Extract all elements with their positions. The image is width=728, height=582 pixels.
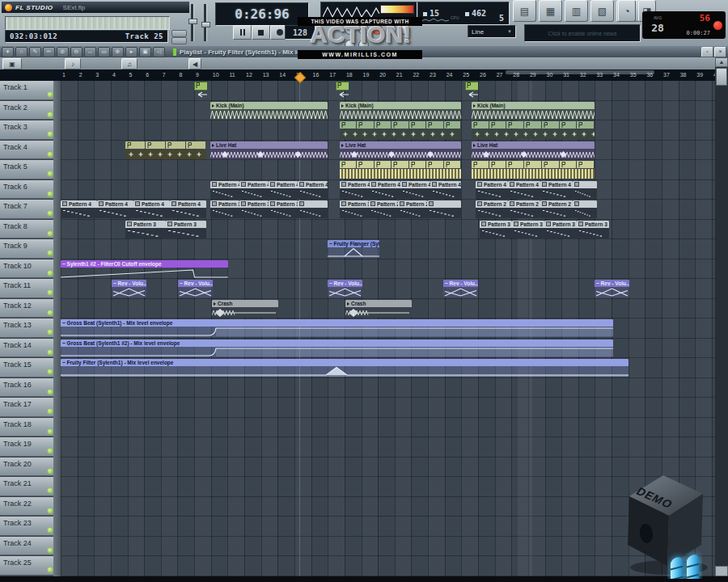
clip-pattern[interactable] [427, 200, 461, 218]
track-enable-led[interactable] [48, 369, 53, 374]
track-enable-led[interactable] [48, 508, 53, 513]
clip-live-hat[interactable]: Live Hat [340, 141, 461, 159]
clip-fruity-filter-sylenth1-mix-level-envelope[interactable]: ~ Fruity Filter (Sylenth1) - Mix level e… [61, 359, 629, 377]
track-enable-led[interactable] [48, 211, 53, 216]
clip-rev-volu[interactable]: ~ Rev - Volu... [443, 280, 478, 297]
clip-pattern[interactable] [573, 181, 597, 199]
track-header[interactable]: Track 2 [0, 101, 53, 120]
clip-kick-main[interactable]: Kick (Main) [472, 102, 595, 120]
clip-pattern-2[interactable]: Pattern 2 [476, 200, 508, 218]
track-enable-led[interactable] [48, 112, 53, 117]
speaker-icon[interactable]: ◁ [153, 47, 165, 57]
clip-pattern-3[interactable]: Pattern 3 [239, 200, 269, 218]
track-enable-led[interactable] [48, 449, 53, 453]
track-enable-led[interactable] [48, 310, 53, 315]
clip-pattern-4[interactable]: Pattern 4 [61, 200, 97, 218]
step-seq-window-icon[interactable]: ▦ [539, 0, 562, 22]
clip-pattern-3[interactable]: Pattern 3 [210, 200, 239, 218]
pause-button[interactable] [233, 25, 252, 40]
clip-cells[interactable] [340, 121, 461, 139]
track-header[interactable]: Track 13 [0, 318, 53, 338]
clip-pattern-3[interactable]: Pattern 3 [512, 221, 544, 238]
track-enable-led[interactable] [48, 350, 53, 355]
slip-icon[interactable]: ↔ [84, 47, 96, 57]
clip-pattern-3[interactable]: Pattern 3 [577, 221, 609, 238]
track-enable-led[interactable] [48, 409, 53, 414]
track-header[interactable]: Track 10 [0, 259, 53, 279]
shuttle-slider[interactable] [191, 4, 194, 41]
clip-rev-volu[interactable]: ~ Rev - Volu... [595, 280, 629, 297]
pattern-block-icon[interactable]: ▣ [2, 58, 22, 70]
clip-pattern-4[interactable]: Pattern 4 [170, 200, 206, 218]
menu-arrow-icon[interactable]: ▾ [2, 47, 14, 57]
track-header[interactable]: Track 1 [0, 81, 53, 100]
playback-icon[interactable]: ▸ [125, 47, 138, 57]
track-header[interactable]: Track 16 [0, 378, 53, 398]
track-enable-led[interactable] [48, 567, 53, 572]
clip-sylenth1-2-filterc0-cutoff-envelope[interactable]: ~ Sylenth1 #2 - FilterC0 Cutoff envelope [61, 260, 228, 278]
clip-pattern-2[interactable]: Pattern 2 [508, 200, 540, 218]
time-display[interactable]: 0:26:96 [215, 2, 309, 26]
track-header[interactable]: Track 25 [0, 556, 53, 576]
clip-kick-main[interactable]: Kick (Main) [340, 102, 461, 120]
clip-mini[interactable] [336, 82, 349, 99]
scroll-up-button[interactable]: ▲ [715, 57, 728, 67]
track-header[interactable]: Track 12 [0, 299, 53, 318]
track-enable-led[interactable] [48, 271, 53, 276]
snap-selector[interactable]: Line ▼ [468, 25, 516, 38]
notes-icon[interactable]: ♫ [121, 58, 138, 70]
track-enable-led[interactable] [48, 330, 53, 335]
track-header[interactable]: Track 8 [0, 220, 53, 239]
track-enable-led[interactable] [48, 192, 53, 196]
track-header[interactable]: Track 19 [0, 437, 53, 457]
track-header[interactable]: Track 24 [0, 537, 53, 556]
clip-live-hat[interactable]: Live Hat [472, 141, 595, 159]
track-header[interactable]: Track 11 [0, 279, 53, 298]
clock-icon[interactable]: ◔ [618, 0, 636, 22]
news-panel[interactable]: Click to enable online news [524, 24, 641, 42]
mute-icon[interactable]: ⊖ [70, 47, 83, 57]
clip-pattern-4[interactable]: Pattern 4 [239, 181, 269, 199]
select-icon[interactable]: ▭ [98, 47, 110, 57]
clip-crash[interactable]: Crash [212, 300, 278, 318]
pencil-icon[interactable]: ✎ [29, 47, 41, 57]
track-enable-led[interactable] [48, 152, 53, 157]
pattern-mode-button[interactable] [171, 30, 187, 37]
track-header[interactable]: Track 21 [0, 477, 53, 496]
marker-icon[interactable]: ▣ [139, 47, 151, 57]
clip-pattern-2[interactable]: Pattern 2 [398, 200, 427, 218]
clip-pattern-3[interactable]: Pattern 3 [269, 200, 298, 218]
track-enable-led[interactable] [48, 132, 53, 137]
track-header[interactable]: Track 5 [0, 160, 53, 179]
clip-pattern-4[interactable]: Pattern 4 [97, 200, 133, 218]
track-header[interactable]: Track 3 [0, 120, 53, 140]
clip-gross-beat-sylenth1-2-mix-level-envelope[interactable]: ~ Gross Beat (Sylenth1 #2) - Mix level e… [61, 340, 613, 357]
vertical-scrollbar-thumb[interactable] [716, 68, 727, 86]
track-header[interactable]: Track 18 [0, 418, 53, 437]
track-enable-led[interactable] [48, 231, 53, 236]
track-enable-led[interactable] [48, 92, 53, 97]
track-header[interactable]: Track 6 [0, 180, 53, 200]
app-title-bar[interactable]: FL STUDIO SExt.flp [2, 2, 189, 13]
track-enable-led[interactable] [48, 548, 53, 553]
clip-pattern-4[interactable]: Pattern 4 [298, 181, 328, 199]
track-enable-led[interactable] [48, 390, 53, 394]
stop-button[interactable] [252, 25, 270, 40]
clip-pattern-3[interactable]: Pattern 3 [125, 221, 166, 238]
track-header[interactable]: Track 17 [0, 398, 53, 417]
track-enable-led[interactable] [48, 469, 53, 474]
track-header[interactable]: Track 4 [0, 141, 53, 160]
clip-pattern-4[interactable]: Pattern 4 [340, 181, 370, 199]
clip-pattern-3[interactable]: Pattern 3 [480, 221, 512, 238]
clip-fruity-flanger-syle[interactable]: ~ Fruity Flanger (Syle... [328, 240, 379, 258]
track-header[interactable]: Track 23 [0, 517, 53, 536]
clip-pattern-3[interactable]: Pattern 3 [544, 221, 577, 238]
magnet-icon[interactable]: ∩ [15, 47, 28, 57]
track-header[interactable]: Track 20 [0, 458, 53, 477]
timeline-ruler[interactable]: 1234567891011121314151617181920212223242… [0, 70, 715, 81]
clip-pattern-4[interactable]: Pattern 4 [400, 181, 430, 199]
track-header[interactable]: Track 7 [0, 200, 53, 219]
clip-cells[interactable] [340, 161, 461, 179]
piano-roll-window-icon[interactable]: ▥ [565, 0, 588, 22]
clip-mini[interactable] [194, 82, 207, 99]
